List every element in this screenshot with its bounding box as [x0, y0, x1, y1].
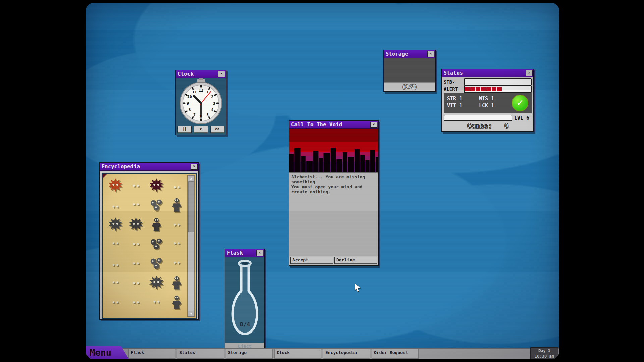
level-label: LVL 6: [514, 115, 529, 121]
desktop-background: Storage ✕ (0/2) Clock ✕ 123456789101112: [86, 3, 559, 359]
svg-text:3: 3: [213, 101, 215, 106]
close-icon[interactable]: ✕: [256, 250, 263, 256]
svg-text:7: 7: [193, 113, 196, 117]
window-title: Storage: [386, 51, 408, 57]
status-window: Status ✕ STB- ALERT STR 1 WIS 1: [441, 69, 534, 132]
encyclopedia-window: Encyclopedia ✕ ▲ ▼: [99, 162, 199, 320]
scrollbar-thumb[interactable]: [188, 181, 194, 232]
encyclopedia-scrollbar[interactable]: ▲ ▼: [187, 175, 195, 317]
encyclopedia-entry[interactable]: [146, 292, 167, 312]
scroll-up-icon[interactable]: ▲: [188, 175, 194, 181]
close-icon[interactable]: ✕: [526, 70, 533, 76]
message-line: something: [291, 179, 376, 184]
storage-slots[interactable]: [384, 58, 435, 83]
encyclopedia-entry[interactable]: [126, 273, 146, 292]
alert-segment: [497, 87, 502, 91]
status-titlebar[interactable]: Status ✕: [442, 69, 533, 77]
flask-window: Flask ✕ 0/4 Eject: [225, 249, 265, 351]
encyclopedia-entry[interactable]: [166, 195, 187, 215]
combo-label: Combo:: [467, 122, 492, 130]
pause-button[interactable]: ||: [177, 126, 192, 133]
window-title: Flask: [227, 250, 243, 256]
alert-label: ALERT: [444, 86, 463, 92]
close-icon[interactable]: ✕: [218, 71, 225, 77]
taskbar-item-flask[interactable]: Flask: [128, 349, 175, 359]
flask-titlebar[interactable]: Flask ✕: [225, 249, 264, 257]
encyclopedia-entry[interactable]: [126, 292, 146, 312]
taskbar-item-clock[interactable]: Clock: [274, 349, 321, 359]
storage-titlebar[interactable]: Storage ✕: [384, 50, 435, 58]
play-button[interactable]: >: [194, 126, 208, 133]
encyclopedia-entry[interactable]: [146, 253, 167, 273]
accept-button[interactable]: Accept: [290, 257, 333, 264]
encyclopedia-entry[interactable]: [126, 253, 146, 273]
time-label: 10:30 am: [531, 354, 558, 359]
void-titlebar[interactable]: Call To The Void ✕: [289, 121, 378, 129]
encyclopedia-entry[interactable]: [146, 215, 167, 234]
storage-count: (0/2): [384, 83, 435, 91]
encyclopedia-titlebar[interactable]: Encyclopedia ✕: [100, 163, 198, 171]
void-message: Alchemist... You are missing something Y…: [289, 172, 378, 256]
lck-stat: LCK 1: [479, 102, 508, 109]
fast-forward-button[interactable]: >>: [210, 126, 224, 133]
window-title: Clock: [178, 71, 194, 77]
encyclopedia-entry[interactable]: [126, 234, 146, 253]
encyclopedia-entry[interactable]: [166, 273, 187, 292]
svg-text:10: 10: [187, 95, 192, 99]
xp-meter: [444, 115, 512, 121]
analog-clock: 123456789101112: [177, 78, 225, 125]
encyclopedia-entry[interactable]: [166, 215, 187, 234]
alert-segment: [492, 87, 496, 91]
window-title: Encyclopedia: [102, 164, 140, 170]
taskbar-item-storage[interactable]: Storage: [226, 349, 273, 359]
encyclopedia-entry[interactable]: [126, 176, 146, 195]
message-line: You must open your mind and: [291, 184, 376, 189]
svg-text:5: 5: [206, 113, 209, 117]
stats-panel: STR 1 WIS 1 VIT 1 LCK 1 ✓: [444, 93, 532, 113]
storage-window: Storage ✕ (0/2): [383, 50, 436, 92]
window-title: Call To The Void: [291, 122, 342, 128]
encyclopedia-entry[interactable]: [146, 176, 167, 195]
svg-text:12: 12: [199, 88, 203, 93]
void-cityscape-image: [289, 129, 378, 172]
encyclopedia-entry[interactable]: [126, 215, 146, 234]
alert-segment: [508, 87, 513, 91]
svg-text:1: 1: [206, 90, 209, 94]
encyclopedia-entry[interactable]: [146, 273, 167, 292]
encyclopedia-entry[interactable]: [105, 215, 126, 234]
encyclopedia-entry[interactable]: [166, 176, 187, 195]
encyclopedia-entry[interactable]: [105, 195, 126, 215]
encyclopedia-entry[interactable]: [105, 234, 126, 253]
encyclopedia-entry[interactable]: [146, 234, 167, 253]
alert-segment: [470, 87, 475, 91]
mouse-cursor: [354, 283, 363, 293]
encyclopedia-entry[interactable]: [146, 195, 167, 215]
taskbar-item-status[interactable]: Status: [177, 349, 224, 359]
clock-titlebar[interactable]: Clock ✕: [176, 70, 226, 78]
day-time-display: Day 1 10:30 am: [530, 347, 558, 359]
svg-text:2: 2: [211, 95, 214, 99]
close-icon[interactable]: ✕: [370, 122, 377, 128]
encyclopedia-entry[interactable]: [105, 292, 126, 312]
stb-label: STB-: [444, 79, 463, 85]
encyclopedia-entry[interactable]: [105, 253, 126, 273]
encyclopedia-entry[interactable]: [105, 176, 126, 195]
close-icon[interactable]: ✕: [427, 51, 434, 57]
decline-button[interactable]: Decline: [334, 257, 377, 264]
svg-text:4: 4: [211, 108, 214, 112]
alert-meter: [464, 85, 532, 93]
taskbar-item-order-request[interactable]: Order Request: [372, 349, 419, 359]
close-icon[interactable]: ✕: [191, 164, 198, 170]
call-to-the-void-window: Call To The Void ✕: [289, 120, 379, 266]
encyclopedia-entry[interactable]: [105, 273, 126, 292]
encyclopedia-entry[interactable]: [166, 253, 187, 273]
encyclopedia-grid: [105, 176, 187, 318]
scroll-down-icon[interactable]: ▼: [188, 311, 194, 317]
menu-button[interactable]: Menu: [86, 346, 129, 359]
encyclopedia-entry[interactable]: [166, 292, 187, 312]
window-title: Status: [444, 70, 463, 76]
taskbar-item-encyclopedia[interactable]: Encyclopedia: [323, 349, 370, 359]
svg-text:9: 9: [186, 101, 189, 106]
encyclopedia-entry[interactable]: [166, 234, 187, 253]
encyclopedia-entry[interactable]: [126, 195, 146, 215]
